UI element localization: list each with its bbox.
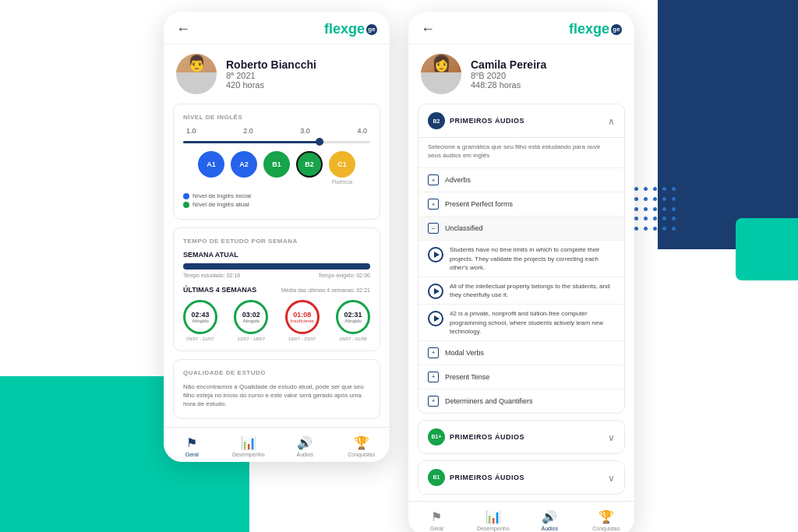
grammar-label-modal-verbs: Modal Verbs: [445, 349, 484, 357]
quality-text: Não encontramos a Qualidade de estudo at…: [183, 382, 370, 409]
audio-item-2[interactable]: All of the intellectual property belongs…: [418, 277, 624, 304]
avatar-left: 👨: [176, 54, 217, 94]
avatar-image-right: 👩: [421, 54, 461, 72]
level-1: 1.0: [186, 127, 196, 135]
profile-section-left: 👨 Roberto Biancchi 8ª 2021 420 horas: [164, 44, 390, 104]
week-item-2: 03:02 Atingido 12/07 - 18/07: [234, 300, 268, 341]
week-time-3: 01:08: [293, 311, 311, 319]
audio-section-b2: B2 PRIMEIROS ÁUDIOS Selecione a gramátic…: [418, 104, 625, 414]
profile-class-left: 8ª 2021: [226, 71, 316, 80]
nav-geral-left[interactable]: ⚑ Geral: [164, 434, 221, 459]
avatar-image-left: 👨: [176, 54, 217, 72]
legend-initial: Nível de Inglês inicial: [183, 192, 370, 199]
audio-title-b2: PRIMEIROS ÁUDIOS: [450, 117, 524, 125]
nav-conquistas-right[interactable]: 🏆 Conquistas: [578, 508, 635, 532]
week-item-4: 02:31 Atingido 26/07 - 01/08: [336, 300, 370, 341]
audio-badge-b1: B1 PRIMEIROS ÁUDIOS: [428, 469, 524, 486]
audio-item-1[interactable]: Students have no time limits in which to…: [418, 240, 624, 277]
week-circle-1: 02:43 Atingido: [183, 300, 217, 334]
nav-audios-left[interactable]: 🔊 Áudios: [277, 434, 334, 459]
nav-audios-label-left: Áudios: [297, 452, 313, 457]
level-badges: A1 A2 B1 B2 C1 Fluência: [183, 151, 370, 185]
week-status-3: Insuficiente: [290, 319, 313, 323]
audio-text-3: 42 is a private, nonprofit and tuition-f…: [450, 309, 615, 336]
level-pill-b1: B1: [428, 469, 445, 486]
back-button-left[interactable]: ←: [176, 21, 190, 37]
nav-desempenho-icon-left: 📊: [241, 435, 256, 450]
nav-geral-right[interactable]: ⚑ Geral: [408, 508, 465, 532]
grammar-present-tense[interactable]: + Present Tense: [418, 365, 624, 389]
grammar-present-perfect[interactable]: + Present Perfect forms: [418, 192, 624, 216]
legend: Nível de Inglês inicial Nível de Inglês …: [183, 192, 370, 208]
grammar-adverbs[interactable]: + Adverbs: [418, 167, 624, 192]
english-level-section: NÍVEL DE INGLÊS 1.0 2.0 3.0 4.0 A1 A2 B1…: [173, 104, 380, 220]
play-icon-1: [434, 252, 440, 258]
profile-class-right: 8ºB 2020: [471, 71, 546, 80]
week-circle-4: 02:31 Atingido: [336, 300, 370, 334]
audio-title-b1plus: PRIMEIROS ÁUDIOS: [450, 433, 524, 441]
grammar-label-determiners: Determiners and Quantifiers: [445, 397, 533, 405]
play-button-3[interactable]: [428, 311, 443, 326]
right-phone-header: ← flexge ge: [408, 12, 634, 44]
left-phone: ← flexge ge 👨 Roberto Biancchi 8ª 2021 4…: [164, 12, 390, 462]
level-pill-b2: B2: [428, 112, 445, 129]
badge-fluencia: C1 Fluência: [329, 151, 355, 185]
ultimas-header: ÚLTIMAS 4 SEMANAS Média das últimas 4 se…: [183, 286, 370, 294]
grammar-icon-present-perfect: +: [428, 199, 439, 210]
grammar-determiners[interactable]: + Determiners and Quantifiers: [418, 389, 624, 413]
chevron-down-b1[interactable]: [608, 470, 615, 484]
profile-section-right: 👩 Camila Pereira 8ºB 2020 448:28 horas: [408, 44, 634, 104]
study-times: Tempo estudado: 02:18 Tempo exigido: 02:…: [183, 273, 370, 278]
grammar-label-present-tense: Present Tense: [445, 373, 489, 381]
legend-dot-initial: [183, 193, 189, 199]
week-circle-3: 01:08 Insuficiente: [285, 300, 320, 334]
week-status-2: Atingido: [242, 319, 260, 323]
grammar-icon-determiners: +: [428, 396, 439, 407]
play-button-1[interactable]: [428, 247, 443, 262]
grammar-icon-adverbs: +: [428, 174, 439, 185]
badge-a2: A2: [231, 151, 257, 178]
grammar-label-present-perfect: Present Perfect forms: [445, 200, 513, 208]
week-time-1: 02:43: [191, 311, 209, 319]
profile-info-right: Camila Pereira 8ºB 2020 448:28 horas: [471, 58, 546, 90]
nav-geral-label-left: Geral: [185, 452, 199, 457]
grammar-unclassified[interactable]: − Unclassified: [418, 216, 624, 240]
chevron-up-b2[interactable]: [608, 114, 615, 128]
audio-header-b2[interactable]: B2 PRIMEIROS ÁUDIOS: [418, 104, 624, 138]
legend-dot-current: [183, 202, 189, 208]
right-phone-content: B2 PRIMEIROS ÁUDIOS Selecione a gramátic…: [408, 104, 634, 501]
audio-title-b1: PRIMEIROS ÁUDIOS: [450, 474, 524, 481]
quality-label: QUALIDADE DE ESTUDO: [183, 369, 370, 376]
nav-conquistas-label-left: Conquistas: [348, 452, 375, 457]
level-bar-dot: [316, 138, 323, 146]
week-date-3: 19/07 - 25/07: [288, 336, 316, 341]
ultimas-title: ÚLTIMAS 4 SEMANAS: [183, 286, 256, 294]
badge-b2: B2: [296, 151, 323, 178]
left-phone-header: ← flexge ge: [164, 12, 390, 44]
nav-audios-icon-right: 🔊: [542, 509, 557, 524]
audio-subtitle-b2: Selecione a gramática que seu filho está…: [418, 138, 624, 167]
audio-badge-b1plus: B1+ PRIMEIROS ÁUDIOS: [428, 428, 524, 446]
logo-badge-left: ge: [366, 24, 377, 35]
audio-item-3[interactable]: 42 is a private, nonprofit and tuition-f…: [418, 304, 624, 340]
profile-hours-right: 448:28 horas: [471, 80, 546, 90]
back-button-right[interactable]: ←: [421, 21, 435, 37]
nav-geral-icon-right: ⚑: [431, 509, 442, 524]
time-required: Tempo exigido: 02:00: [318, 273, 370, 278]
audio-header-b1[interactable]: B1 PRIMEIROS ÁUDIOS: [418, 461, 624, 494]
grammar-modal-verbs[interactable]: + Modal Verbs: [418, 340, 624, 365]
chevron-down-b1plus[interactable]: [608, 430, 615, 444]
time-studied: Tempo estudado: 02:18: [183, 273, 240, 278]
nav-conquistas-left[interactable]: 🏆 Conquistas: [334, 434, 390, 459]
profile-hours-left: 420 horas: [226, 80, 316, 90]
nav-audios-right[interactable]: 🔊 Áudios: [521, 508, 578, 532]
week-date-4: 26/07 - 01/08: [339, 336, 366, 341]
play-icon-2: [434, 288, 440, 294]
legend-current: Nível de Inglês atual: [183, 201, 370, 208]
nav-desempenho-right[interactable]: 📊 Desempenho: [465, 508, 522, 532]
avatar-right: 👩: [421, 54, 461, 94]
play-button-2[interactable]: [428, 284, 443, 299]
right-bottom-nav: ⚑ Geral 📊 Desempenho 🔊 Áudios 🏆 Conquist…: [408, 501, 634, 532]
audio-header-b1plus[interactable]: B1+ PRIMEIROS ÁUDIOS: [418, 421, 624, 453]
nav-desempenho-left[interactable]: 📊 Desempenho: [221, 434, 277, 459]
